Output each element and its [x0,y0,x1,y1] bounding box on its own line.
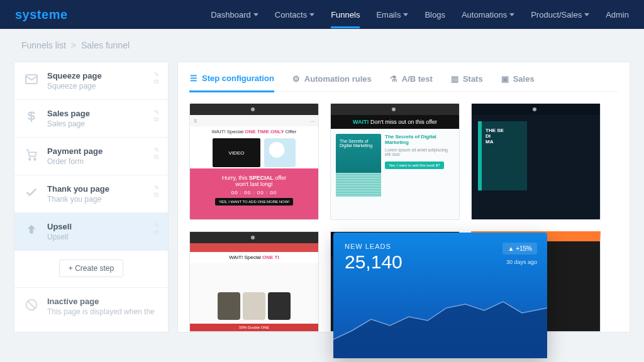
card-headline: WAIT! Special ONE TI [190,252,318,263]
product-row [190,263,318,324]
template-card[interactable]: THE SE DI MA [471,103,601,220]
nav-automations[interactable]: Automations [462,1,514,28]
envelope-icon [23,71,40,87]
step-sub: Order form [47,157,147,166]
step-sub: Upsell [47,233,147,241]
step-payment[interactable]: Payment pageOrder form ✎⧉ [14,138,168,175]
chevron-down-icon [309,13,314,16]
svg-point-1 [29,158,31,160]
forbidden-icon [23,297,40,313]
card-topbar [331,104,459,115]
widget-timeframe: 30 days ago [506,259,537,265]
tab-abtest[interactable]: ⚗A/B test [389,71,433,91]
step-title: Squeeze page [47,71,147,80]
nav-label: Automations [462,10,507,19]
delta-badge: ▲ +15% [502,243,537,255]
step-upsell[interactable]: UpsellUpsell ✎⧉ [14,213,168,251]
card-band: WAIT! Don't miss out on this offer [331,115,459,129]
brand-logo[interactable]: systeme [15,8,68,22]
tab-step-config[interactable]: ☰Step configuration [189,71,274,92]
book-mockup: THE SE DI MA [478,121,527,190]
breadcrumb-sep: > [71,40,76,50]
step-sub: This page is displayed when the [47,307,159,316]
gear-icon: ⚙ [292,74,301,83]
tab-label: Stats [463,74,483,84]
breadcrumb-current: Sales funnel [81,40,130,50]
flask-icon: ⚗ [389,74,398,83]
create-step-button[interactable]: + Create step [59,260,123,277]
card-cta-block: Hurry, this SPECIAL offer won't last lon… [190,168,318,219]
step-actions[interactable]: ✎⧉ [154,146,159,161]
content-row: Squeeze pageSqueeze page ✎⧉ Sales pageSa… [0,62,644,332]
step-actions[interactable]: ✎⧉ [154,71,159,85]
chevron-down-icon [584,13,589,16]
template-card[interactable]: ☰⋯ WAIT! Special ONE TIME ONLY Offer VID… [189,103,319,220]
step-squeeze[interactable]: Squeeze pageSqueeze page ✎⧉ [14,62,168,100]
step-sub: Sales page [47,119,147,128]
arrow-up-icon [23,222,40,238]
step-actions[interactable]: ✎⧉ [154,222,159,236]
template-card[interactable]: WAIT! Special ONE TI 50% Double ONE [189,231,319,332]
top-navbar: systeme Dashboard Contacts Funnels Email… [0,0,644,29]
card-topbar [190,232,318,243]
step-title: Sales page [47,109,147,118]
nav-dashboard[interactable]: Dashboard [211,1,258,28]
svg-point-2 [34,158,36,160]
tab-automation[interactable]: ⚙Automation rules [292,71,372,91]
dollar-icon [23,109,40,125]
list-icon: ☰ [189,74,198,83]
nav-emails[interactable]: Emails [376,1,408,28]
chevron-down-icon [403,13,408,16]
video-placeholder: VIDEO [213,138,260,167]
breadcrumb-root[interactable]: Funnels list [21,40,66,50]
cart-icon [23,146,40,163]
step-sales[interactable]: Sales pageSales page ✎⧉ [14,100,168,138]
nav-label: Funnels [331,10,360,19]
card-side-title: The Secrets of Digital Marketing [385,134,454,145]
step-actions[interactable]: ✎⧉ [154,184,159,199]
card-topbar [472,104,600,115]
chevron-down-icon [509,13,514,16]
step-thankyou[interactable]: Thank you pageThank you page ✎⧉ [14,175,168,213]
template-gallery-row1: ☰⋯ WAIT! Special ONE TIME ONLY Offer VID… [189,103,618,220]
card-topbar [190,104,318,115]
nav-label: Admin [606,10,629,19]
nav-product-sales[interactable]: Product/Sales [531,1,589,28]
funnel-steps-panel: Squeeze pageSqueeze page ✎⧉ Sales pageSa… [14,62,169,332]
nav-blogs[interactable]: Blogs [425,1,445,28]
book-mockup: The Secrets of Digital Marketing [336,134,381,197]
sales-icon: ▣ [501,74,509,83]
card-headline: WAIT! Special ONE TIME ONLY Offer [190,126,318,137]
sale-badge: 50% Double ONE [190,324,318,331]
step-sub: Thank you page [47,195,147,204]
chart-icon: ▥ [450,74,459,83]
step-title: Thank you page [47,184,147,194]
card-subbar: ☰⋯ [190,115,318,126]
card-cta: Yes, I want to add this book $7 [385,162,444,169]
chevron-down-icon [253,13,258,16]
illustration [264,138,296,167]
tab-label: A/B test [402,74,433,84]
nav-items: Dashboard Contacts Funnels Emails Blogs … [211,1,629,28]
nav-contacts[interactable]: Contacts [275,1,314,28]
nav-funnels[interactable]: Funnels [331,1,360,28]
nav-label: Blogs [425,10,445,19]
template-card[interactable]: WAIT! Don't miss out on this offer The S… [330,103,460,220]
nav-label: Contacts [275,10,307,19]
step-title: Payment page [47,146,147,156]
nav-label: Dashboard [211,10,251,19]
tabs: ☰Step configuration ⚙Automation rules ⚗A… [189,71,618,92]
tab-stats[interactable]: ▥Stats [450,71,483,91]
step-title: Upsell [47,222,147,231]
leads-widget[interactable]: NEW LEADS 25,140 ▲ +15% 30 days ago [333,233,547,358]
breadcrumb: Funnels list > Sales funnel [0,29,644,62]
tab-label: Automation rules [304,74,372,84]
nav-label: Emails [376,10,401,19]
nav-label: Product/Sales [531,10,582,19]
step-inactive[interactable]: Inactive pageThis page is displayed when… [14,287,168,325]
tab-sales[interactable]: ▣Sales [501,71,535,91]
nav-admin[interactable]: Admin [606,1,629,28]
countdown: 00 : 00 : 00 : 00 [192,190,316,195]
step-sub: Squeeze page [47,82,147,90]
step-actions[interactable]: ✎⧉ [154,109,159,123]
